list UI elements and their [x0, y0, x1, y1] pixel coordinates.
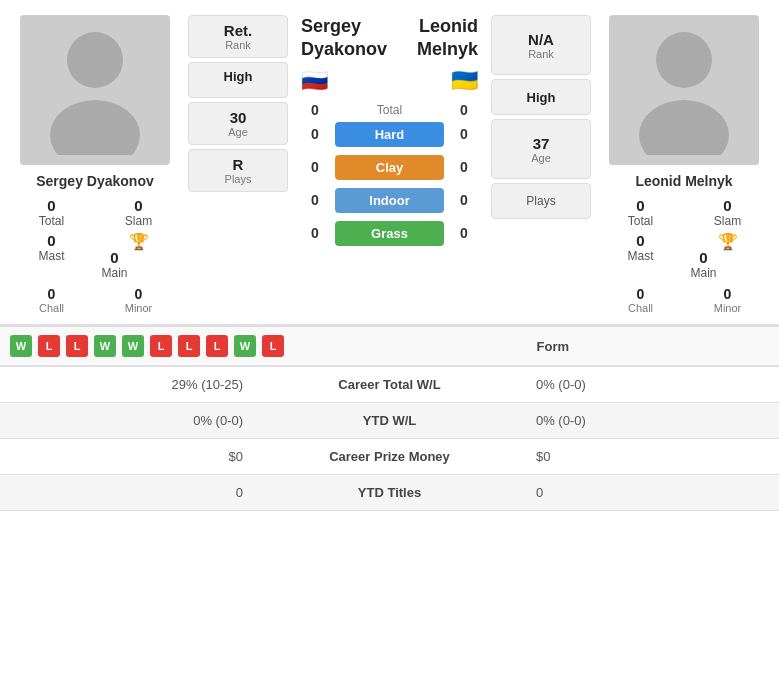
svg-point-1 [50, 100, 140, 155]
surface-row-grass: 0 Grass 0 [301, 221, 478, 246]
form-badge-6: L [178, 335, 200, 357]
left-chall-stat: 0 Chall [10, 286, 93, 314]
form-badge-9: L [262, 335, 284, 357]
stats-table: 29% (10-25) Career Total W/L 0% (0-0) 0%… [0, 367, 779, 511]
form-label: Form [537, 339, 770, 354]
left-age-box: 30 Age [188, 102, 288, 145]
svg-point-0 [67, 32, 123, 88]
stats-right-3: 0 [522, 475, 779, 511]
right-rank-box: N/A Rank [491, 15, 591, 75]
stats-row-1: 0% (0-0) YTD W/L 0% (0-0) [0, 403, 779, 439]
form-badge-7: L [206, 335, 228, 357]
stats-left-1: 0% (0-0) [0, 403, 257, 439]
stats-right-0: 0% (0-0) [522, 367, 779, 403]
total-row: 0 Total 0 [301, 102, 478, 118]
stats-label-0: Career Total W/L [257, 367, 522, 403]
svg-point-2 [656, 32, 712, 88]
right-player-name: Leonid Melnyk [635, 173, 732, 189]
form-badge-2: L [66, 335, 88, 357]
form-section: WLLWWLLLWLForm [0, 326, 779, 365]
names-row: SergeyDyakonovLeonidMelnyk [301, 15, 478, 68]
left-player-header: SergeyDyakonov [301, 15, 390, 62]
right-high-box: High [491, 79, 591, 115]
stats-right-2: $0 [522, 439, 779, 475]
right-center-stats: N/A Rank High 37 Age Plays [491, 15, 591, 314]
left-avatar [20, 15, 170, 165]
left-rank-box: Ret. Rank [188, 15, 288, 58]
right-mast-stat: 0 Mast [599, 232, 682, 263]
surface-row-clay: 0 Clay 0 [301, 155, 478, 180]
svg-point-3 [639, 100, 729, 155]
form-badge-3: W [94, 335, 116, 357]
flags-row: 🇷🇺🇺🇦 [301, 68, 478, 94]
left-minor-stat: 0 Minor [97, 286, 180, 314]
right-total-stat: 0 Total [599, 197, 682, 228]
stats-label-3: YTD Titles [257, 475, 522, 511]
right-slam-stat: 0 Slam [686, 197, 769, 228]
surface-rows: 0 Hard 0 0 Clay 0 0 Indoor 0 0 Grass 0 [301, 122, 478, 246]
stats-left-2: $0 [0, 439, 257, 475]
form-badge-5: L [150, 335, 172, 357]
surface-row-hard: 0 Hard 0 [301, 122, 478, 147]
stats-left-0: 29% (10-25) [0, 367, 257, 403]
left-plays-box: R Plays [188, 149, 288, 192]
right-avatar [609, 15, 759, 165]
surface-row-indoor: 0 Indoor 0 [301, 188, 478, 213]
stats-right-1: 0% (0-0) [522, 403, 779, 439]
left-center-stats: Ret. Rank High 30 Age R Plays [188, 15, 288, 314]
stats-row-0: 29% (10-25) Career Total W/L 0% (0-0) [0, 367, 779, 403]
stats-row-3: 0 YTD Titles 0 [0, 475, 779, 511]
right-player-header: LeonidMelnyk [390, 15, 479, 62]
top-section: Sergey Dyakonov 0 Total 0 Slam 0 Mast 🏆 … [0, 0, 779, 324]
right-age-box: 37 Age [491, 119, 591, 179]
left-flag: 🇷🇺 [301, 68, 328, 94]
form-badge-4: W [122, 335, 144, 357]
right-flag: 🇺🇦 [451, 68, 478, 94]
left-slam-stat: 0 Slam [97, 197, 180, 228]
right-plays-box: Plays [491, 183, 591, 219]
right-main-stat: 0 Main [687, 249, 720, 280]
left-high-box: High [188, 62, 288, 98]
right-chall-stat: 0 Chall [599, 286, 682, 314]
left-player-card: Sergey Dyakonov 0 Total 0 Slam 0 Mast 🏆 … [10, 15, 180, 314]
left-mast-stat: 0 Mast [10, 232, 93, 263]
form-badge-8: W [234, 335, 256, 357]
middle-section: SergeyDyakonovLeonidMelnyk🇷🇺🇺🇦 0 Total 0… [296, 15, 483, 314]
right-player-card: Leonid Melnyk 0 Total 0 Slam 0 Mast 🏆 0 … [599, 15, 769, 314]
stats-label-1: YTD W/L [257, 403, 522, 439]
stats-row-2: $0 Career Prize Money $0 [0, 439, 779, 475]
left-total-stat: 0 Total [10, 197, 93, 228]
left-main-stat: 0 Main [98, 249, 131, 280]
form-badge-0: W [10, 335, 32, 357]
stats-left-3: 0 [0, 475, 257, 511]
left-player-name: Sergey Dyakonov [36, 173, 154, 189]
right-minor-stat: 0 Minor [686, 286, 769, 314]
form-badge-1: L [38, 335, 60, 357]
stats-label-2: Career Prize Money [257, 439, 522, 475]
